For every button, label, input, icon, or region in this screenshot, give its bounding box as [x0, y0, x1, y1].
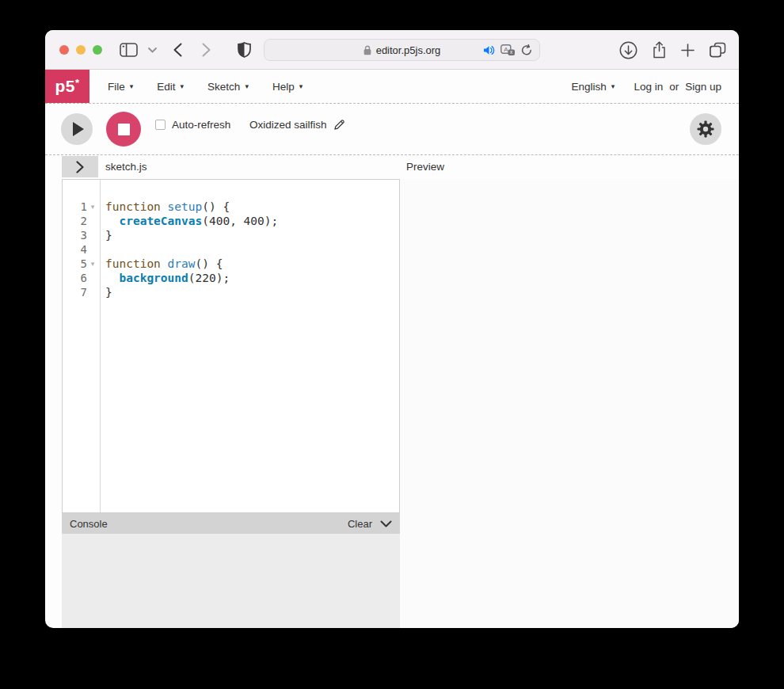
or-text: or [669, 81, 679, 93]
gutter-row: 2 [63, 214, 100, 228]
gutter-row: 5▾ [63, 257, 100, 271]
edit-pencil-icon[interactable] [333, 119, 345, 131]
sidebar-expand-button[interactable] [62, 156, 98, 177]
tab-overview-icon[interactable] [706, 30, 729, 70]
url-bar-right-icons: A x [483, 40, 532, 60]
menu-help[interactable]: Help▾ [261, 70, 314, 103]
line-number: 6 [81, 272, 87, 284]
caret-down-icon: ▾ [181, 83, 185, 90]
close-window-button[interactable] [59, 45, 69, 55]
menu-sketch-label: Sketch [207, 81, 240, 93]
downloads-icon[interactable] [618, 30, 638, 70]
zoom-window-button[interactable] [93, 45, 102, 55]
menu-sketch[interactable]: Sketch▾ [196, 70, 261, 103]
signup-link[interactable]: Sign up [685, 81, 721, 93]
chevron-down-icon[interactable] [145, 30, 159, 70]
code-content[interactable]: function setup() { createCanvas(400, 400… [101, 180, 399, 512]
menu-file[interactable]: File▾ [96, 70, 145, 103]
code-token: function [105, 257, 168, 270]
svg-text:A: A [504, 46, 508, 53]
login-link[interactable]: Log in [634, 81, 663, 93]
code-token: } [105, 286, 112, 299]
back-icon[interactable] [169, 30, 186, 70]
sketch-toolbar: Auto-refresh Oxidized sailfish [45, 104, 739, 155]
reload-icon[interactable] [521, 44, 532, 56]
code-line[interactable]: background(220); [105, 271, 399, 285]
p5-menubar: p5* File▾ Edit▾ Sketch▾ Help▾ English▾ [45, 70, 739, 104]
traffic-lights [59, 45, 102, 55]
code-line[interactable]: } [105, 285, 399, 299]
preview-pane [400, 179, 739, 628]
url-text: editor.p5js.org [376, 44, 441, 56]
fold-arrow-icon[interactable]: ▾ [87, 203, 98, 211]
stop-button[interactable] [106, 112, 141, 147]
main-area: 1▾2345▾67 function setup() { createCanva… [45, 179, 739, 628]
console-output [62, 534, 400, 628]
console-collapse-chevron-icon[interactable] [380, 520, 392, 527]
play-icon [73, 122, 84, 136]
tab-sketch-js[interactable]: sketch.js [105, 161, 147, 173]
code-token: () { [196, 257, 223, 270]
caret-down-icon: ▾ [245, 83, 249, 90]
line-number-gutter: 1▾2345▾67 [63, 180, 101, 512]
play-button[interactable] [61, 113, 93, 145]
console-title: Console [70, 518, 108, 530]
menu-items: File▾ Edit▾ Sketch▾ Help▾ [96, 70, 314, 103]
sidebar-toggle-icon[interactable] [117, 30, 139, 70]
gutter-row: 6 [63, 271, 100, 285]
p5-logo[interactable]: p5* [45, 70, 89, 103]
browser-chrome: editor.p5js.org A x [45, 30, 739, 70]
language-label: English [572, 81, 607, 93]
gutter-row: 7 [63, 285, 100, 299]
auto-refresh-checkbox[interactable] [155, 120, 166, 130]
code-line[interactable]: function draw() { [105, 257, 399, 271]
code-editor[interactable]: 1▾2345▾67 function setup() { createCanva… [62, 179, 400, 513]
line-number: 4 [81, 243, 87, 256]
audio-playing-icon[interactable] [483, 45, 495, 55]
code-line[interactable]: function setup() { [105, 200, 399, 214]
gutter-row: 1▾ [63, 200, 100, 214]
code-token: (220); [188, 272, 230, 284]
code-line[interactable]: } [105, 228, 399, 242]
auto-refresh-control: Auto-refresh [155, 119, 230, 131]
menubar-right: English▾ Log in or Sign up [572, 70, 739, 103]
line-number: 3 [81, 229, 87, 242]
auto-refresh-label: Auto-refresh [172, 119, 230, 131]
browser-window: editor.p5js.org A x [45, 30, 739, 628]
language-selector[interactable]: English▾ [572, 81, 615, 93]
console-clear-button[interactable]: Clear [348, 518, 372, 530]
menu-edit[interactable]: Edit▾ [145, 70, 196, 103]
share-icon[interactable] [649, 30, 668, 70]
code-line[interactable] [105, 242, 399, 257]
caret-down-icon: ▾ [611, 83, 615, 90]
translate-icon[interactable]: A x [500, 44, 516, 56]
console-header: Console Clear [62, 513, 400, 534]
new-tab-icon[interactable] [678, 30, 697, 70]
caret-down-icon: ▾ [130, 83, 134, 90]
settings-button[interactable] [690, 113, 721, 145]
minimize-window-button[interactable] [76, 45, 86, 55]
code-token [105, 272, 119, 284]
editor-pane: 1▾2345▾67 function setup() { createCanva… [62, 179, 400, 628]
screenshot-stage: editor.p5js.org A x [0, 0, 784, 689]
preview-label: Preview [406, 161, 444, 173]
line-number: 7 [81, 286, 87, 299]
code-token: draw [168, 257, 196, 270]
line-number: 2 [81, 215, 87, 227]
gear-icon [696, 120, 715, 139]
code-token: } [105, 229, 112, 242]
p5-logo-text: p5 [55, 77, 75, 96]
code-token: (400, 400); [202, 215, 278, 227]
line-number: 5 [81, 257, 87, 270]
console-controls: Clear [348, 518, 392, 530]
lock-icon [363, 45, 371, 55]
forward-icon[interactable] [197, 30, 215, 70]
chevron-right-icon [76, 161, 84, 173]
sketch-name-container: Oxidized sailfish [249, 119, 345, 131]
code-line[interactable]: createCanvas(400, 400); [105, 214, 399, 228]
shield-privacy-icon[interactable] [234, 30, 253, 70]
url-bar[interactable]: editor.p5js.org A x [264, 39, 540, 61]
gutter-row: 4 [63, 242, 100, 257]
code-token: () { [202, 200, 230, 213]
fold-arrow-icon[interactable]: ▾ [87, 260, 98, 268]
